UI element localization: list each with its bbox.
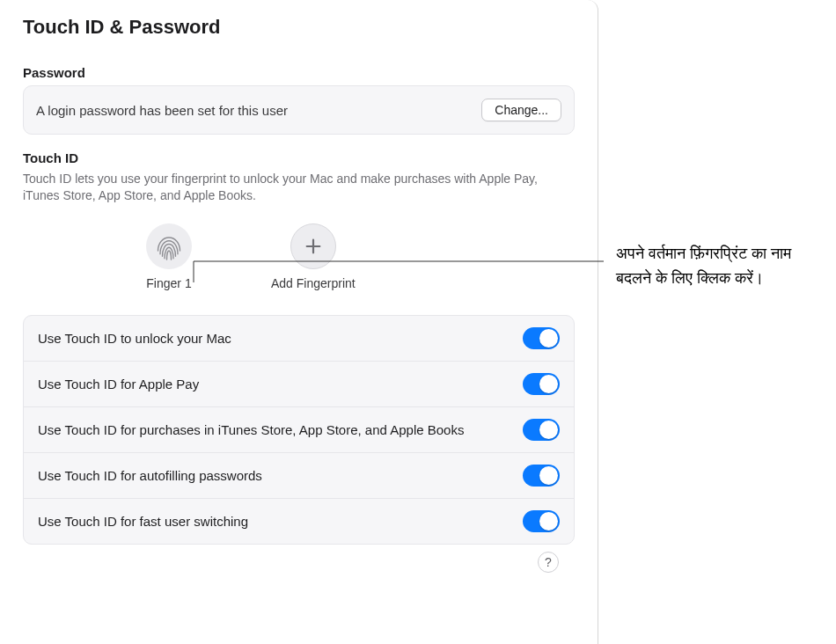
touchid-section: Touch ID Touch ID lets you use your fing…	[0, 135, 598, 290]
option-apple-pay: Use Touch ID for Apple Pay	[24, 362, 574, 407]
option-autofill: Use Touch ID for autofilling passwords	[24, 453, 574, 499]
toggle-fast-user-switching[interactable]	[523, 510, 560, 532]
fingerprint-item-1[interactable]: Finger 1	[146, 223, 192, 290]
settings-pane: Touch ID & Password Password A login pas…	[0, 0, 598, 644]
pane-title: Touch ID & Password	[0, 16, 598, 49]
password-card: A login password has been set for this u…	[23, 85, 575, 135]
plus-icon	[290, 223, 336, 269]
help-button[interactable]: ?	[538, 552, 559, 573]
callout-annotation: अपने वर्तमान फ़िंगरप्रिंट का नाम बदलने क…	[616, 242, 823, 291]
option-fast-user-switching: Use Touch ID for fast user switching	[24, 499, 574, 544]
toggle-apple-pay[interactable]	[523, 373, 560, 395]
touchid-header: Touch ID	[23, 150, 575, 165]
password-header: Password	[23, 65, 575, 80]
option-label: Use Touch ID for autofilling passwords	[38, 467, 262, 485]
option-unlock-mac: Use Touch ID to unlock your Mac	[24, 316, 574, 362]
fingerprint-icon	[146, 223, 192, 269]
option-label: Use Touch ID for purchases in iTunes Sto…	[38, 421, 464, 439]
password-status-text: A login password has been set for this u…	[36, 103, 288, 118]
option-purchases: Use Touch ID for purchases in iTunes Sto…	[24, 407, 574, 453]
plus-icon-svg	[304, 237, 323, 256]
toggle-purchases[interactable]	[523, 419, 560, 441]
toggle-autofill[interactable]	[523, 465, 560, 487]
help-icon: ?	[545, 555, 552, 569]
fingerprint-icon-svg	[151, 229, 187, 264]
password-section: Password A login password has been set f…	[0, 49, 598, 135]
change-password-button[interactable]: Change...	[481, 99, 561, 121]
toggle-unlock-mac[interactable]	[523, 327, 560, 349]
option-label: Use Touch ID to unlock your Mac	[38, 330, 231, 348]
option-label: Use Touch ID for fast user switching	[38, 513, 248, 531]
option-label: Use Touch ID for Apple Pay	[38, 376, 199, 393]
add-fingerprint-button[interactable]: Add Fingerprint	[271, 223, 356, 290]
fingerprints-row: Finger 1 Add Fingerprint	[23, 223, 575, 290]
fingerprint-label: Finger 1	[146, 276, 191, 290]
add-fingerprint-label: Add Fingerprint	[271, 276, 356, 290]
touchid-options-list: Use Touch ID to unlock your Mac Use Touc…	[23, 315, 575, 545]
touchid-description: Touch ID lets you use your fingerprint t…	[23, 171, 551, 204]
help-area: ?	[23, 545, 575, 585]
